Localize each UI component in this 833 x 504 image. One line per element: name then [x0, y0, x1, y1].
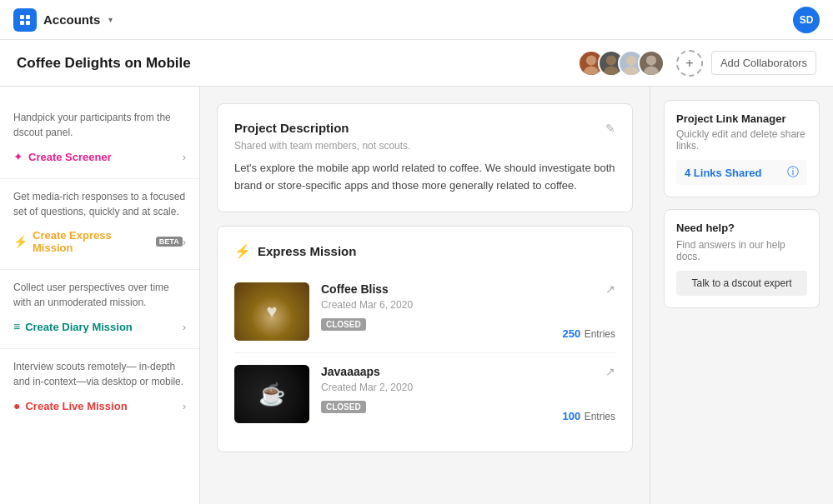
- coffee-bliss-share-icon[interactable]: ↗: [605, 282, 615, 296]
- express-description: Get media-rich responses to a focused se…: [13, 189, 186, 219]
- links-shared-count: 4 Links Shared: [685, 167, 761, 179]
- javaaaaps-thumbnail: [234, 365, 309, 423]
- coffee-bliss-thumbnail: [234, 282, 309, 341]
- user-avatar[interactable]: SD: [793, 7, 820, 33]
- collaborator-avatars: [578, 50, 665, 77]
- svg-rect-1: [26, 15, 30, 19]
- create-screener-label: Create Screener: [28, 151, 112, 163]
- javaaaaps-name: Javaaaaps: [321, 365, 550, 378]
- links-circle-icon: ⓘ: [787, 165, 799, 180]
- sidebar-live-section: Interview scouts remotely— in-depth and …: [0, 349, 199, 427]
- express-mission-icon: ⚡: [234, 243, 251, 259]
- coffee-bliss-date: Created Mar 6, 2020: [321, 299, 550, 311]
- svg-point-4: [586, 55, 596, 65]
- nav-left: Accounts ▾: [13, 8, 113, 32]
- help-description: Find answers in our help docs.: [676, 239, 807, 262]
- accounts-label[interactable]: Accounts: [43, 12, 100, 27]
- coffee-bliss-name: Coffee Bliss: [321, 282, 550, 296]
- project-title: Coffee Delights on Mobile: [17, 55, 191, 72]
- add-collaborators-button[interactable]: Add Collaborators: [711, 51, 816, 75]
- mission-item-javaaaaps: Javaaaaps Created Mar 2, 2020 CLOSED ↗ 1…: [234, 353, 615, 435]
- mission-item-coffee-bliss: Coffee Bliss Created Mar 6, 2020 CLOSED …: [234, 271, 615, 353]
- right-panel: Project Link Manager Quickly edit and de…: [650, 87, 833, 504]
- project-description-body: Let's explore the mobile app world relat…: [234, 160, 615, 195]
- diary-chevron-icon: ›: [183, 321, 186, 333]
- svg-point-5: [584, 66, 599, 77]
- express-chevron-icon: ›: [183, 236, 186, 248]
- project-description-title: Project Description: [234, 121, 349, 135]
- coffee-bliss-info: Coffee Bliss Created Mar 6, 2020 CLOSED: [321, 282, 550, 331]
- svg-rect-3: [26, 21, 30, 25]
- collaborator-avatar-4: [638, 50, 665, 77]
- create-diary-label: Create Diary Mission: [25, 321, 133, 333]
- coffee-latte-image: [234, 282, 309, 341]
- diary-icon: ≡: [13, 320, 20, 333]
- svg-point-9: [624, 66, 639, 77]
- live-icon: ●: [13, 399, 20, 412]
- express-mission-header: ⚡ Express Mission: [234, 243, 615, 259]
- javaaaaps-right: ↗ 100 Entries: [562, 365, 615, 423]
- titlebar-right: + Add Collaborators: [578, 50, 816, 77]
- titlebar: Coffee Delights on Mobile + Add Collabor…: [0, 40, 833, 87]
- express-icon: ⚡: [13, 235, 28, 248]
- help-title: Need help?: [676, 222, 807, 234]
- coffee-bliss-entries: 250 Entries: [562, 326, 615, 341]
- talk-to-expert-button[interactable]: Talk to a dscout expert: [676, 271, 807, 296]
- javaaaaps-entries: 100 Entries: [562, 408, 615, 423]
- svg-rect-0: [20, 15, 24, 19]
- link-manager-title: Project Link Manager: [676, 112, 807, 125]
- edit-icon[interactable]: ✎: [605, 122, 615, 135]
- express-mission-section-title: Express Mission: [258, 244, 356, 258]
- create-diary-action[interactable]: ≡ Create Diary Mission ›: [13, 318, 186, 335]
- coffee-bliss-right: ↗ 250 Entries: [562, 282, 615, 341]
- create-screener-action[interactable]: ✦ Create Screener ›: [13, 148, 186, 165]
- svg-point-11: [644, 66, 659, 77]
- express-mission-card: ⚡ Express Mission Coffee Bliss Created M…: [217, 226, 633, 452]
- svg-rect-2: [20, 21, 24, 25]
- link-manager-card: Project Link Manager Quickly edit and de…: [664, 100, 820, 197]
- main-layout: Handpick your participants from the dsco…: [0, 87, 833, 504]
- top-navigation: Accounts ▾ SD: [0, 0, 833, 40]
- sidebar: Handpick your participants from the dsco…: [0, 87, 200, 504]
- screener-description: Handpick your participants from the dsco…: [13, 110, 186, 140]
- create-live-action[interactable]: ● Create Live Mission ›: [13, 397, 186, 414]
- svg-point-10: [646, 55, 656, 65]
- coffee-cup-image: [234, 365, 309, 423]
- create-screener-left: ✦ Create Screener: [13, 150, 112, 163]
- project-description-subtitle: Shared with team members, not scouts.: [234, 140, 615, 152]
- project-description-header: Project Description ✎: [234, 121, 615, 135]
- accounts-chevron-icon[interactable]: ▾: [108, 15, 113, 24]
- help-card: Need help? Find answers in our help docs…: [664, 209, 820, 308]
- project-description-card: Project Description ✎ Shared with team m…: [217, 103, 633, 212]
- center-content: Project Description ✎ Shared with team m…: [200, 87, 650, 504]
- live-chevron-icon: ›: [183, 400, 186, 412]
- create-express-action[interactable]: ⚡ Create Express Mission BETA ›: [13, 227, 186, 256]
- links-shared-row[interactable]: 4 Links Shared ⓘ: [676, 160, 807, 185]
- coffee-bliss-status-badge: CLOSED: [321, 318, 366, 331]
- sidebar-express-section: Get media-rich responses to a focused se…: [0, 179, 199, 270]
- screener-icon: ✦: [13, 150, 23, 163]
- create-live-label: Create Live Mission: [25, 400, 127, 412]
- javaaaaps-info: Javaaaaps Created Mar 2, 2020 CLOSED: [321, 365, 550, 413]
- create-express-left: ⚡ Create Express Mission BETA: [13, 229, 183, 254]
- svg-point-8: [626, 55, 636, 65]
- javaaaaps-date: Created Mar 2, 2020: [321, 382, 550, 393]
- screener-chevron-icon: ›: [183, 151, 186, 163]
- svg-point-7: [604, 66, 619, 77]
- link-manager-desc: Quickly edit and delete share links.: [676, 128, 807, 152]
- app-logo: [13, 8, 37, 32]
- live-description: Interview scouts remotely— in-depth and …: [13, 359, 186, 389]
- svg-point-6: [606, 55, 616, 65]
- create-diary-left: ≡ Create Diary Mission: [13, 320, 133, 333]
- add-collaborator-plus-button[interactable]: +: [676, 50, 703, 77]
- javaaaaps-status-badge: CLOSED: [321, 401, 366, 413]
- create-live-left: ● Create Live Mission: [13, 399, 128, 412]
- diary-description: Collect user perspectives over time with…: [13, 280, 186, 310]
- create-express-label: Create Express Mission: [33, 229, 148, 254]
- javaaaaps-share-icon[interactable]: ↗: [605, 365, 615, 378]
- beta-badge: BETA: [156, 237, 183, 247]
- sidebar-diary-section: Collect user perspectives over time with…: [0, 270, 199, 349]
- sidebar-screener-section: Handpick your participants from the dsco…: [0, 100, 199, 179]
